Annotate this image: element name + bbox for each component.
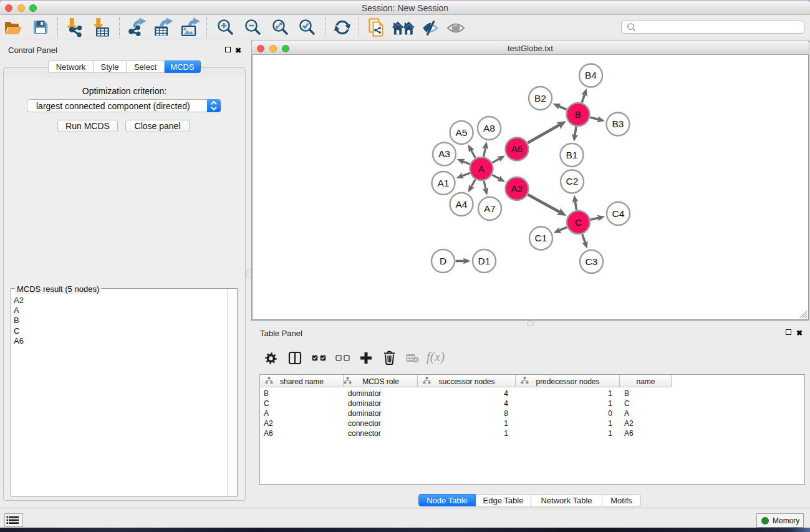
svg-text:A3: A3	[438, 148, 450, 159]
svg-text:C4: C4	[612, 208, 625, 219]
svg-text:C3: C3	[586, 256, 598, 267]
svg-text:B1: B1	[566, 150, 578, 160]
svg-text:A5: A5	[456, 127, 468, 138]
svg-text:A: A	[478, 163, 485, 174]
svg-text:B4: B4	[585, 70, 597, 80]
svg-text:B2: B2	[534, 93, 546, 104]
svg-text:A6: A6	[511, 143, 523, 154]
svg-text:C1: C1	[535, 233, 547, 243]
svg-text:A4: A4	[456, 199, 468, 210]
svg-text:A7: A7	[484, 203, 496, 214]
svg-text:C2: C2	[566, 176, 579, 186]
svg-text:B: B	[575, 109, 581, 120]
svg-text:D1: D1	[478, 256, 491, 266]
svg-text:B3: B3	[612, 118, 624, 129]
svg-text:A1: A1	[438, 178, 450, 188]
svg-text:A2: A2	[511, 183, 523, 194]
svg-text:D: D	[440, 256, 446, 266]
svg-text:A8: A8	[483, 123, 495, 133]
svg-text:C: C	[575, 217, 582, 228]
